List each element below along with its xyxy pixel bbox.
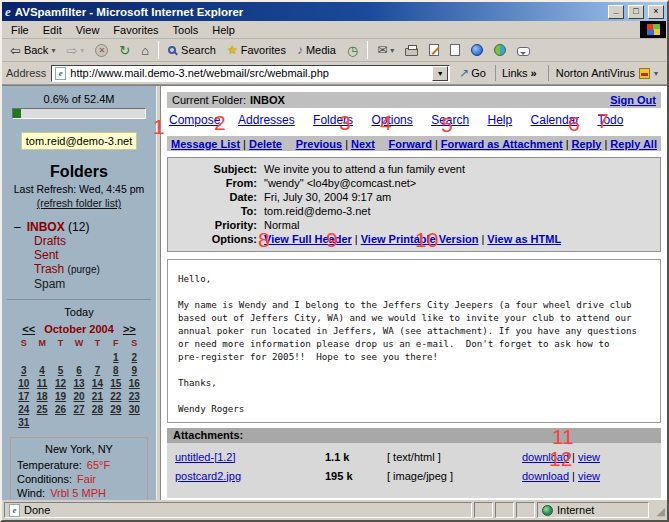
web-tool-button[interactable] xyxy=(466,40,488,60)
folder-drafts[interactable]: Drafts xyxy=(34,234,156,248)
nav-help[interactable]: Help xyxy=(488,113,513,127)
calendar-date-link[interactable]: 2 xyxy=(125,352,143,363)
nav-options[interactable]: Options xyxy=(371,113,412,127)
search-button[interactable]: Search xyxy=(163,40,221,60)
media-button[interactable]: ♪ Media xyxy=(292,40,341,60)
menu-edit[interactable]: Edit xyxy=(36,22,69,38)
previous-link[interactable]: Previous xyxy=(296,138,342,150)
calendar-next-link[interactable]: >> xyxy=(123,323,136,335)
calendar-date-link[interactable]: 20 xyxy=(70,391,88,402)
print-button[interactable] xyxy=(400,40,423,60)
links-toolbar[interactable]: Links » xyxy=(495,65,543,81)
back-button[interactable]: ⇦ Back ▾ xyxy=(5,40,60,60)
attachment-view-link[interactable]: view xyxy=(578,470,600,482)
calendar-date-link[interactable]: 5 xyxy=(51,365,69,376)
forward-dropdown-icon[interactable]: ▾ xyxy=(80,46,84,55)
collapse-dash-icon[interactable]: – xyxy=(14,220,21,234)
maximize-button[interactable]: □ xyxy=(628,5,644,19)
delete-link[interactable]: Delete xyxy=(249,138,282,150)
calendar-date-link[interactable]: 15 xyxy=(107,378,125,389)
menu-tools[interactable]: Tools xyxy=(166,22,206,38)
calendar-date-link[interactable]: 22 xyxy=(107,391,125,402)
calendar-date-link[interactable]: 18 xyxy=(33,391,51,402)
refresh-button[interactable]: ↻ xyxy=(114,40,135,60)
nav-addresses[interactable]: Addresses xyxy=(238,113,295,127)
document-button[interactable] xyxy=(445,40,465,60)
address-input[interactable]: e http://www.mail.demo-3.net/webmail/src… xyxy=(51,65,450,82)
attachment-view-link[interactable]: view xyxy=(578,451,600,463)
calendar-date-link[interactable]: 17 xyxy=(15,391,33,402)
norton-antivirus-toolbar[interactable]: Norton AntiVirus ▾ xyxy=(548,65,663,81)
calendar-date-link[interactable]: 14 xyxy=(88,378,106,389)
calendar-date-link[interactable]: 26 xyxy=(51,404,69,415)
calendar-date-link[interactable]: 4 xyxy=(33,365,51,376)
sign-out-link[interactable]: Sign Out xyxy=(610,94,656,106)
menu-view[interactable]: View xyxy=(69,22,107,38)
links-chevron-icon[interactable]: » xyxy=(531,67,537,79)
calendar-date-link[interactable]: 8 xyxy=(107,365,125,376)
menu-help[interactable]: Help xyxy=(205,22,242,38)
forward-button[interactable]: ⇨ ▾ xyxy=(61,40,89,60)
calendar-date-link[interactable]: 12 xyxy=(51,378,69,389)
edit-button[interactable] xyxy=(424,40,444,60)
calendar-date-link[interactable]: 7 xyxy=(88,365,106,376)
folder-inbox[interactable]: – INBOX (12) xyxy=(14,220,156,234)
folder-trash[interactable]: Trash (purge) xyxy=(34,262,156,277)
reply-link[interactable]: Reply xyxy=(572,138,602,150)
calendar-date-link[interactable]: 27 xyxy=(70,404,88,415)
forward-link[interactable]: Forward xyxy=(389,138,432,150)
calendar-date-link[interactable]: 3 xyxy=(15,365,33,376)
discuss-button[interactable] xyxy=(512,40,535,60)
calendar-date-link[interactable]: 19 xyxy=(51,391,69,402)
back-dropdown-icon[interactable]: ▾ xyxy=(51,46,55,55)
norton-dropdown-icon[interactable]: ▾ xyxy=(654,69,658,78)
go-button[interactable]: ↗ Go xyxy=(455,66,490,80)
attachment-name-link[interactable]: postcard2.jpg xyxy=(175,470,241,482)
calendar-date-link[interactable]: 13 xyxy=(70,378,88,389)
history-button[interactable]: ◷ xyxy=(342,40,363,60)
menu-file[interactable]: File xyxy=(4,22,36,38)
next-link[interactable]: Next xyxy=(351,138,375,150)
favorites-button[interactable]: ★ Favorites xyxy=(222,40,291,60)
reply-all-link[interactable]: Reply All xyxy=(610,138,657,150)
calendar-date-link[interactable]: 30 xyxy=(125,404,143,415)
calendar-date-link[interactable]: 11 xyxy=(33,378,51,389)
nav-compose[interactable]: Compose xyxy=(169,113,220,127)
calendar-date-link[interactable]: 10 xyxy=(15,378,33,389)
attachment-download-link[interactable]: download xyxy=(522,470,569,482)
close-button[interactable]: × xyxy=(648,5,664,19)
calendar-date-link[interactable]: 21 xyxy=(88,391,106,402)
calendar-date-link[interactable]: 24 xyxy=(15,404,33,415)
folder-spam[interactable]: Spam xyxy=(34,277,156,291)
message-headers: Subject:We invite you to attend a fun fa… xyxy=(167,157,661,252)
refresh-folder-list-link[interactable]: (refresh folder list) xyxy=(37,197,122,209)
stop-button[interactable]: ✕ xyxy=(90,40,113,60)
calendar-date-link[interactable]: 31 xyxy=(15,417,33,428)
home-button[interactable]: ⌂ xyxy=(136,40,154,60)
view-full-header-link[interactable]: View Full Header xyxy=(264,233,352,245)
calendar-date-link[interactable]: 23 xyxy=(125,391,143,402)
mail-dropdown-icon[interactable]: ▾ xyxy=(390,46,394,55)
minimize-button[interactable]: _ xyxy=(608,5,624,19)
forward-as-attachment-link[interactable]: Forward as Attachment xyxy=(441,138,563,150)
folder-sent[interactable]: Sent xyxy=(34,248,156,262)
purge-link[interactable]: (purge) xyxy=(68,264,100,275)
calendar-prev-link[interactable]: << xyxy=(22,323,35,335)
resize-grip[interactable]: ◢ xyxy=(651,502,665,518)
calendar-date-link[interactable]: 16 xyxy=(125,378,143,389)
attachment-name-link[interactable]: untitled-[1.2] xyxy=(175,451,236,463)
messenger-button[interactable] xyxy=(489,40,511,60)
mail-button[interactable]: ✉ ▾ xyxy=(372,40,399,60)
message-list-link[interactable]: Message List xyxy=(171,138,240,150)
calendar-date-link[interactable]: 9 xyxy=(125,365,143,376)
address-dropdown-icon[interactable]: ▼ xyxy=(432,66,448,81)
calendar-date-link[interactable]: 25 xyxy=(33,404,51,415)
address-url[interactable]: http://www.mail.demo-3.net/webmail/src/w… xyxy=(70,67,428,79)
view-as-html-link[interactable]: View as HTML xyxy=(487,233,561,245)
inbox-label[interactable]: INBOX xyxy=(27,220,65,234)
calendar-date-link[interactable]: 28 xyxy=(88,404,106,415)
calendar-date-link[interactable]: 6 xyxy=(70,365,88,376)
calendar-date-link[interactable]: 29 xyxy=(107,404,125,415)
calendar-date-link[interactable]: 1 xyxy=(107,352,125,363)
menu-favorites[interactable]: Favorites xyxy=(106,22,165,38)
